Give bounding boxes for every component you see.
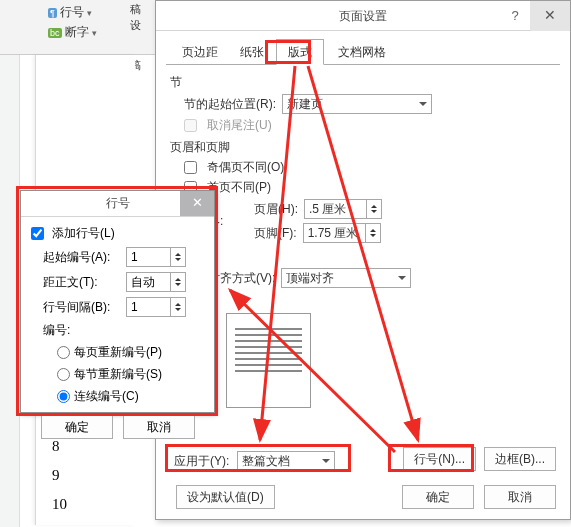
hyphenation-label: 断字 [65,24,89,41]
count-by-label: 行号间隔(B): [43,299,121,316]
line-numbers-button[interactable]: 行号(N)... [403,447,476,471]
restart-section-label: 每节重新编号(S) [74,366,162,383]
count-by-spin[interactable]: 1 [126,297,186,317]
doc-line-number: 9 [52,467,60,484]
restart-page-label: 每页重新编号(P) [74,344,162,361]
help-button[interactable]: ? [500,1,530,31]
preview-heading: 预览 [170,293,556,310]
page-heading: 页面 [170,248,556,265]
start-at-spin[interactable]: 1 [126,247,186,267]
line-number-titlebar: 行号 ✕ [21,191,214,217]
ok-button[interactable]: 确定 [41,415,113,439]
first-diff-label: 首页不同(P) [207,179,271,196]
hf-group: 页眉和页脚 奇偶页不同(O) 首页不同(P) 距边界: 页眉(H): .5 厘米 [170,139,556,243]
footer-spin[interactable]: 1.75 厘米 [303,223,381,243]
footer-value: 1.75 厘米 [308,225,359,242]
hyphenation-menu[interactable]: bc 断字 ▾ [48,24,97,41]
line-number-menu[interactable]: ¶ 行号 ▾ [48,4,92,21]
line-number-icon: ¶ [48,8,57,18]
apply-to-combo[interactable]: 整篇文档 [237,451,335,471]
line-number-dialog: 行号 ✕ 添加行号(L) 起始编号(A): 1 距正文(T): 自动 行号间隔(… [20,190,215,413]
section-start-combo[interactable]: 新建页 [282,94,432,114]
odd-even-label: 奇偶页不同(O) [207,159,284,176]
cancel-button[interactable]: 取消 [484,485,556,509]
from-text-label: 距正文(T): [43,274,121,291]
tab-margins[interactable]: 页边距 [170,39,230,65]
chevron-down-icon: ▾ [92,28,97,38]
doc-line-number: 10 [52,496,67,513]
layout-pane: 节 节的起始位置(R): 新建页 取消尾注(U) 页眉和页脚 奇偶页不同(O) … [156,65,570,418]
valign-combo[interactable]: 顶端对齐 [281,268,411,288]
continuous-label: 连续编号(C) [74,388,139,405]
from-text-spin[interactable]: 自动 [126,272,186,292]
ok-button[interactable]: 确定 [402,485,474,509]
ribbon-fragment: ¶ 行号 ▾ bc 断字 ▾ 稿 设 稿 [0,0,155,55]
apply-to-label: 应用于(Y): [174,453,229,470]
section-start-label: 节的起始位置(R): [184,96,276,113]
section-group: 节 节的起始位置(R): 新建页 取消尾注(U) [170,74,556,134]
add-line-numbers-label: 添加行号(L) [52,225,115,242]
close-button[interactable]: ✕ [180,191,214,216]
suppress-endnotes-label: 取消尾注(U) [207,117,272,134]
tabstrip: 页边距 纸张 版式 文档网格 [166,39,560,65]
header-spin[interactable]: .5 厘米 [304,199,382,219]
page-setup-dialog: 页面设置 ? ✕ 页边距 纸张 版式 文档网格 节 节的起始位置(R): 新建页… [155,0,571,520]
hyphenation-icon: bc [48,28,62,38]
line-number-label: 行号 [60,4,84,21]
odd-even-check[interactable] [184,161,197,174]
apply-to-value: 整篇文档 [242,453,290,470]
tab-layout[interactable]: 版式 [276,39,324,65]
page-group: 页面 垂直对齐方式(V): 顶端对齐 [170,248,556,288]
restart-page-radio[interactable] [57,346,70,359]
tab-paper[interactable]: 纸张 [228,39,276,65]
tab-grid[interactable]: 文档网格 [326,39,398,65]
close-button[interactable]: ✕ [530,1,570,31]
suppress-endnotes-check [184,119,197,132]
preview-thumbnail [226,313,311,408]
valign-value: 顶端对齐 [286,270,334,287]
ribbon-group1: 稿 [130,2,141,17]
header-label: 页眉(H): [254,201,298,218]
restart-section-radio[interactable] [57,368,70,381]
add-line-numbers-check[interactable] [31,227,44,240]
section-heading: 节 [170,74,556,91]
line-number-title: 行号 [106,196,130,210]
numbering-heading: 编号: [43,322,70,339]
dialog-titlebar: 页面设置 ? ✕ [156,1,570,31]
dialog-title: 页面设置 [339,9,387,23]
vertical-ruler [0,55,20,527]
section-start-value: 新建页 [287,96,323,113]
hf-heading: 页眉和页脚 [170,139,556,156]
chevron-down-icon: ▾ [87,8,92,18]
footer-label: 页脚(F): [254,225,297,242]
borders-button[interactable]: 边框(B)... [484,447,556,471]
set-default-button[interactable]: 设为默认值(D) [176,485,275,509]
cancel-button[interactable]: 取消 [123,415,195,439]
ribbon-group2: 设 [130,18,141,33]
start-at-label: 起始编号(A): [43,249,121,266]
continuous-radio[interactable] [57,390,70,403]
header-value: .5 厘米 [309,201,346,218]
preview-group: 预览 [170,293,556,408]
